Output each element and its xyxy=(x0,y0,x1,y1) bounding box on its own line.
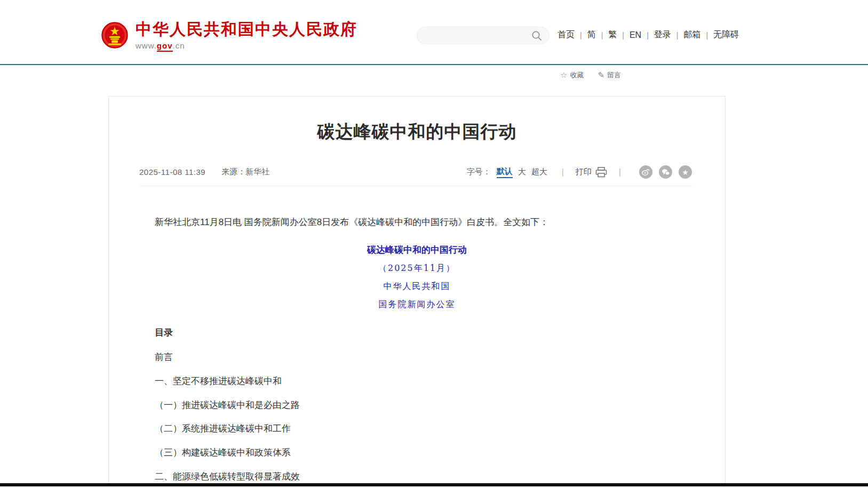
bottom-divider xyxy=(0,483,868,486)
document-title: 碳达峰碳中和的中国行动 xyxy=(155,244,679,256)
print-button[interactable]: 打印 xyxy=(576,167,607,178)
nav-separator: | xyxy=(622,31,624,39)
site-url: www.gov.cn xyxy=(136,41,357,50)
nav-login[interactable]: 登录 xyxy=(654,29,671,41)
page: 中华人民共和国中央人民政府 www.gov.cn 首页 | 简 | 繁 | EN… xyxy=(0,0,868,488)
site-header: 中华人民共和国中央人民政府 www.gov.cn 首页 | 简 | 繁 | EN… xyxy=(0,0,868,65)
font-size-xlarge[interactable]: 超大 xyxy=(531,167,547,177)
source-label: 来源： xyxy=(221,167,245,177)
pencil-icon: ✎ xyxy=(598,70,604,80)
comment-button[interactable]: ✎ 留言 xyxy=(598,70,621,80)
font-size-large[interactable]: 大 xyxy=(518,167,526,177)
toc-item: （二）系统推进碳达峰碳中和工作 xyxy=(155,424,679,434)
nav-separator: | xyxy=(647,31,649,39)
document-author-line2: 国务院新闻办公室 xyxy=(155,299,679,310)
nav-mail[interactable]: 邮箱 xyxy=(683,29,700,41)
nav-simplified[interactable]: 简 xyxy=(587,29,596,41)
font-size-default[interactable]: 默认 xyxy=(497,166,513,178)
nav-separator: | xyxy=(676,31,679,39)
page-actions: ☆ 收藏 ✎ 留言 xyxy=(560,70,635,80)
share-star-icon: ★ xyxy=(682,169,689,176)
favorite-button[interactable]: ☆ 收藏 xyxy=(560,70,584,80)
site-title-block: 中华人民共和国中央人民政府 www.gov.cn xyxy=(136,21,357,50)
site-logo[interactable]: 中华人民共和国中央人民政府 www.gov.cn xyxy=(101,20,357,50)
favorite-label: 收藏 xyxy=(570,70,584,80)
document-author-line1: 中华人民共和国 xyxy=(155,281,679,292)
site-url-prefix: www. xyxy=(136,41,157,50)
site-title: 中华人民共和国中央人民政府 xyxy=(136,21,357,38)
comment-label: 留言 xyxy=(607,70,621,80)
share-more-button[interactable]: ★ xyxy=(679,165,692,179)
meta-separator: | xyxy=(619,167,621,177)
meta-left: 2025-11-08 11:39 来源： 新华社 xyxy=(139,167,269,177)
nav-separator: | xyxy=(580,31,582,39)
share-weibo-button[interactable] xyxy=(639,165,652,179)
national-emblem-icon xyxy=(101,20,128,50)
nav-home[interactable]: 首页 xyxy=(558,29,575,41)
meta-separator: | xyxy=(562,167,564,177)
search-box xyxy=(417,27,550,44)
nav-english[interactable]: EN xyxy=(630,30,641,40)
nav-accessibility[interactable]: 无障碍 xyxy=(713,29,739,41)
site-url-gov: gov xyxy=(157,41,173,52)
document-subtitle: （2025年11月） xyxy=(155,263,679,274)
weibo-icon xyxy=(642,168,650,176)
meta-right: 字号： 默认 大 超大 | 打印 | xyxy=(467,165,692,179)
search-icon[interactable] xyxy=(531,30,543,42)
article-meta: 2025-11-08 11:39 来源： 新华社 字号： 默认 大 超大 | 打… xyxy=(139,165,692,186)
toc-heading: 目录 xyxy=(155,326,679,339)
article-source: 新华社 xyxy=(245,167,269,177)
toc-item: （三）构建碳达峰碳中和政策体系 xyxy=(155,448,679,458)
printer-icon xyxy=(595,167,607,178)
page-title: 碳达峰碳中和的中国行动 xyxy=(109,120,725,144)
share-group: ★ xyxy=(633,165,692,179)
star-icon: ☆ xyxy=(560,70,567,80)
search-input[interactable] xyxy=(427,31,531,40)
font-size-label: 字号： xyxy=(467,167,491,177)
toc-item: 二、能源绿色低碳转型取得显著成效 xyxy=(155,472,679,482)
toc-item: 前言 xyxy=(155,353,679,363)
site-url-suffix: .cn xyxy=(173,41,185,50)
print-label: 打印 xyxy=(576,167,592,177)
toc-item: 一、坚定不移推进碳达峰碳中和 xyxy=(155,377,679,387)
lead-paragraph: 新华社北京11月8日电 国务院新闻办公室8日发布《碳达峰碳中和的中国行动》白皮书… xyxy=(155,215,679,229)
nav-traditional[interactable]: 繁 xyxy=(608,29,617,41)
share-wechat-button[interactable] xyxy=(659,165,672,179)
article-date: 2025-11-08 11:39 xyxy=(139,167,205,177)
toc-item: （一）推进碳达峰碳中和是必由之路 xyxy=(155,401,679,411)
article-container: 碳达峰碳中和的中国行动 2025-11-08 11:39 来源： 新华社 字号：… xyxy=(108,96,726,487)
nav-separator: | xyxy=(706,31,708,39)
top-nav: 首页 | 简 | 繁 | EN | 登录 | 邮箱 | 无障碍 xyxy=(558,29,739,41)
nav-separator: | xyxy=(601,31,603,39)
wechat-icon xyxy=(662,169,670,176)
article-body: 新华社北京11月8日电 国务院新闻办公室8日发布《碳达峰碳中和的中国行动》白皮书… xyxy=(109,215,725,488)
